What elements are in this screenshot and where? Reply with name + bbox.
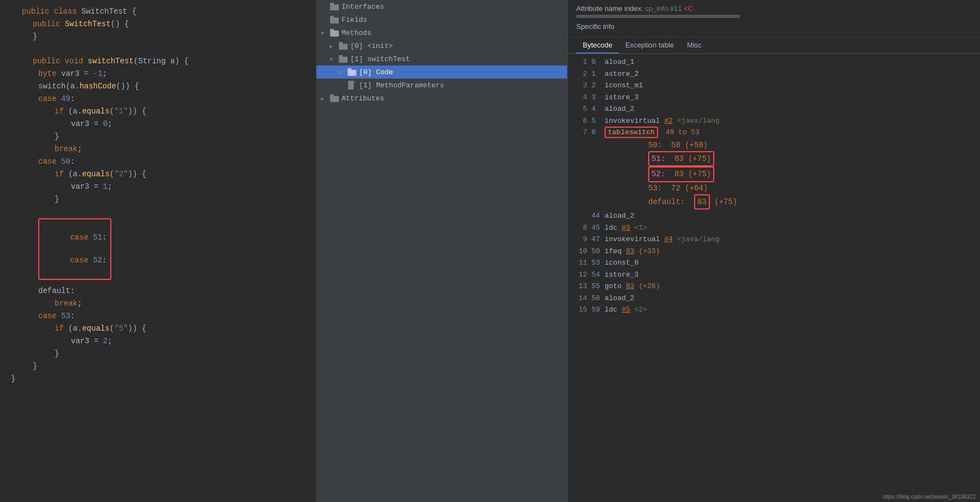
tree-item-label: Interfaces: [342, 3, 384, 11]
code-line: }: [0, 31, 316, 43]
tab-misc[interactable]: Misc: [680, 38, 708, 53]
svg-rect-14: [330, 96, 339, 102]
specific-info-label: Specific info: [576, 22, 971, 31]
code-line: public class SwitchTest {: [0, 5, 316, 18]
tree-item-code[interactable]: [0] Code: [316, 65, 567, 79]
tree-item-fields[interactable]: Fields: [316, 13, 567, 26]
svg-marker-13: [354, 81, 356, 83]
switch-case-52: 52: 83 (+75): [648, 166, 737, 182]
tree-item-label: Attributes: [342, 94, 384, 103]
tableswitch-keyword: tableswitch: [605, 127, 658, 138]
bytecode-row: 9 47 invokevirtual #4 <java/lang: [567, 234, 980, 246]
bytecode-panel: Attribute name index: cp_info #11 <C Spe…: [567, 0, 980, 502]
code-line: case 49:: [0, 93, 316, 105]
svg-rect-15: [330, 94, 334, 97]
switch-case-51: 51: 83 (+75): [648, 151, 737, 166]
code-line: if (a.equals("5")) {: [0, 322, 316, 335]
svg-rect-0: [330, 4, 339, 10]
code-line: break;: [0, 297, 316, 310]
folder-icon: [330, 93, 339, 103]
svg-rect-4: [330, 31, 339, 37]
tree-item-init[interactable]: [0] <init>: [316, 39, 567, 52]
folder-icon: [338, 54, 348, 64]
right-header: Attribute name index: cp_info #11 <C Spe…: [567, 0, 980, 38]
bytecode-row: 11 53 iconst_0: [567, 257, 980, 269]
case51-52-highlight: case 51: case 52:: [38, 218, 111, 280]
bytecode-row: 1 0 aload_1: [567, 56, 980, 68]
code-line: [0, 206, 316, 218]
bytecode-row: 12 54 istore_3: [567, 269, 980, 281]
tree-item-methodparams[interactable]: [1] MethodParameters: [316, 79, 567, 92]
bytecode-row: 44 aload_2: [567, 210, 980, 222]
file-icon: [347, 80, 357, 90]
code-line: public void switchTest(String a) {: [0, 55, 316, 68]
code-line: if (a.equals("2")) {: [0, 168, 316, 181]
code-line: switch(a.hashCode()) {: [0, 80, 316, 93]
svg-rect-12: [348, 81, 354, 89]
svg-rect-6: [339, 44, 348, 50]
svg-rect-10: [348, 70, 356, 76]
svg-rect-2: [330, 17, 339, 23]
code-line: var3 = 0;: [0, 118, 316, 130]
bytecode-row: 6 5 invokevirtual #2 <java/lang: [567, 115, 980, 127]
tree-item-label: [1] MethodParameters: [359, 81, 444, 89]
class-tree-panel: Interfaces Fields Methods [0] <init> [1]…: [316, 0, 567, 502]
bytecode-row: 4 3 istore_3: [567, 92, 980, 104]
code-line: default:: [0, 285, 316, 297]
bytecode-row: 10 50 ifeq 83 (+33): [567, 246, 980, 258]
tree-item-methods[interactable]: Methods: [316, 26, 567, 39]
folder-icon: [330, 15, 339, 25]
progress-bar: [576, 15, 740, 18]
source-code-panel: public class SwitchTest { public SwitchT…: [0, 0, 316, 502]
bytecode-row: 14 58 aload_2: [567, 292, 980, 304]
svg-rect-8: [339, 57, 348, 63]
switch-case-53: 53: 72 (+64): [648, 182, 737, 194]
code-line: byte var3 = -1;: [0, 68, 316, 80]
tree-arrow: [330, 41, 338, 50]
bytecode-row: 15 59 ldc #5 <2>: [567, 304, 980, 316]
tree-arrow: [338, 68, 347, 76]
code-line: var3 = 2;: [0, 335, 316, 348]
bytecode-row: 5 4 aload_2: [567, 103, 980, 115]
code-line: }: [0, 348, 316, 360]
cp-info-value: cp_info #11: [645, 4, 682, 13]
code-line: [0, 43, 316, 55]
tree-item-attributes[interactable]: Attributes: [316, 92, 567, 105]
code-line: }: [0, 360, 316, 373]
tree-item-label: [0] Code: [359, 68, 393, 76]
tab-bytecode[interactable]: Bytecode: [576, 38, 619, 53]
bytecode-row: 3 2 iconst_m1: [567, 80, 980, 92]
folder-icon: [338, 41, 348, 51]
tree-item-label: Fields: [342, 16, 367, 24]
tree-item-switchtest[interactable]: [1] switchTest: [316, 52, 567, 65]
switch-case-50: 50: 58 (+50): [648, 139, 737, 151]
attr-name-label: Attribute name index:: [576, 4, 643, 13]
tree-arrow: [321, 94, 330, 103]
switch-default: default: 83 (+75): [648, 194, 737, 210]
tree-item-label: [0] <init>: [350, 42, 393, 50]
bytecode-row: 2 1 astore_2: [567, 68, 980, 80]
attr-name-line: Attribute name index: cp_info #11 <C: [576, 4, 971, 13]
tab-exception-table[interactable]: Exception table: [619, 38, 680, 53]
svg-rect-5: [330, 29, 334, 31]
folder-icon: [330, 28, 339, 38]
code-line: case 50:: [0, 156, 316, 168]
tree-arrow: [321, 28, 330, 37]
bytecode-row-tableswitch: 7 8 tableswitch 49 to 53 50: 58 (+50) 51…: [567, 127, 980, 210]
red-suffix: <C: [684, 4, 693, 13]
tree-arrow: [330, 55, 338, 63]
tree-item-label: [1] switchTest: [350, 55, 410, 63]
svg-rect-3: [330, 16, 334, 18]
watermark: https://blog.csdn.net/weixin_38106322: [883, 494, 976, 500]
code-line: if (a.equals("1")) {: [0, 105, 316, 118]
code-line: break;: [0, 143, 316, 156]
code-line: case 53:: [0, 310, 316, 322]
tree-item-label: Methods: [342, 29, 372, 37]
svg-rect-11: [348, 68, 351, 70]
bytecode-row: 13 55 goto 83 (+28): [567, 280, 980, 292]
svg-rect-1: [330, 3, 334, 5]
bytecode-content: 1 0 aload_1 2 1 astore_2 3 2 iconst_m1 4…: [567, 54, 980, 502]
folder-icon: [347, 67, 357, 77]
svg-rect-9: [339, 55, 343, 57]
tree-item-interfaces[interactable]: Interfaces: [316, 0, 567, 13]
